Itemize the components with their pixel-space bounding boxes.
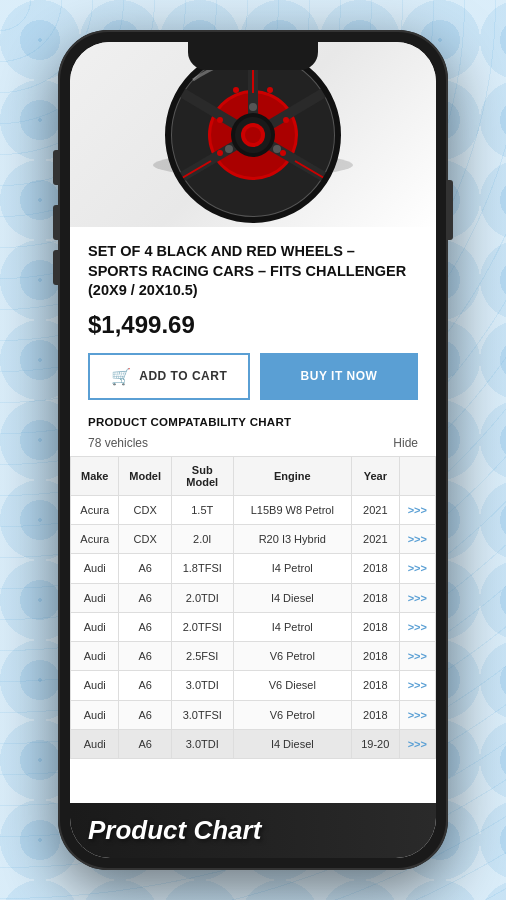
table-cell-2-5[interactable]: >>> <box>399 554 435 583</box>
table-cell-2-3: I4 Petrol <box>233 554 351 583</box>
table-cell-1-4: 2021 <box>351 524 399 553</box>
phone-notch <box>188 42 318 70</box>
table-cell-4-3: I4 Petrol <box>233 612 351 641</box>
table-cell-0-0: Acura <box>71 495 119 524</box>
vehicles-count: 78 vehicles <box>88 436 148 450</box>
table-cell-8-4: 19-20 <box>351 730 399 759</box>
table-cell-3-2: 2.0TDI <box>171 583 233 612</box>
product-chart-bar: Product Chart <box>70 803 436 858</box>
table-cell-0-4: 2021 <box>351 495 399 524</box>
svg-point-27 <box>217 117 223 123</box>
table-cell-5-1: A6 <box>119 642 171 671</box>
table-cell-2-0: Audi <box>71 554 119 583</box>
screen-content[interactable]: SET OF 4 BLACK AND RED WHEELS – SPORTS R… <box>70 42 436 858</box>
svg-point-17 <box>245 127 261 143</box>
table-row: AcuraCDX1.5TL15B9 W8 Petrol2021>>> <box>71 495 436 524</box>
table-cell-5-0: Audi <box>71 642 119 671</box>
col-header-year: Year <box>351 456 399 495</box>
table-cell-6-1: A6 <box>119 671 171 700</box>
table-cell-4-1: A6 <box>119 612 171 641</box>
table-row: AudiA63.0TDIV6 Diesel2018>>> <box>71 671 436 700</box>
svg-point-20 <box>225 145 233 153</box>
svg-point-23 <box>267 87 273 93</box>
table-cell-1-5[interactable]: >>> <box>399 524 435 553</box>
product-chart-label: Product Chart <box>88 815 261 846</box>
table-cell-8-0: Audi <box>71 730 119 759</box>
table-row: AudiA62.5FSIV6 Petrol2018>>> <box>71 642 436 671</box>
phone-screen: SET OF 4 BLACK AND RED WHEELS – SPORTS R… <box>70 42 436 858</box>
product-info-section: SET OF 4 BLACK AND RED WHEELS – SPORTS R… <box>70 227 436 400</box>
table-cell-6-0: Audi <box>71 671 119 700</box>
table-cell-4-2: 2.0TFSI <box>171 612 233 641</box>
action-buttons-row: 🛒 ADD TO CART BUY IT NOW <box>88 353 418 400</box>
add-to-cart-label: ADD TO CART <box>139 369 227 383</box>
table-cell-7-4: 2018 <box>351 700 399 729</box>
table-cell-1-3: R20 I3 Hybrid <box>233 524 351 553</box>
table-cell-1-1: CDX <box>119 524 171 553</box>
table-cell-3-0: Audi <box>71 583 119 612</box>
table-cell-4-5[interactable]: >>> <box>399 612 435 641</box>
buy-now-label: BUY IT NOW <box>301 369 378 383</box>
table-row: AcuraCDX2.0IR20 I3 Hybrid2021>>> <box>71 524 436 553</box>
table-cell-5-2: 2.5FSI <box>171 642 233 671</box>
buy-now-button[interactable]: BUY IT NOW <box>260 353 418 400</box>
compatibility-chart-title: PRODUCT COMPATABILITY CHART <box>70 416 436 428</box>
table-cell-5-3: V6 Petrol <box>233 642 351 671</box>
table-cell-1-0: Acura <box>71 524 119 553</box>
compatibility-table: Make Model SubModel Engine Year AcuraCDX… <box>70 456 436 760</box>
col-header-submodel: SubModel <box>171 456 233 495</box>
table-cell-0-1: CDX <box>119 495 171 524</box>
table-cell-3-4: 2018 <box>351 583 399 612</box>
svg-point-18 <box>249 103 257 111</box>
table-cell-2-1: A6 <box>119 554 171 583</box>
table-cell-6-3: V6 Diesel <box>233 671 351 700</box>
table-cell-7-0: Audi <box>71 700 119 729</box>
table-cell-3-1: A6 <box>119 583 171 612</box>
table-cell-0-2: 1.5T <box>171 495 233 524</box>
table-cell-8-2: 3.0TDI <box>171 730 233 759</box>
svg-point-24 <box>283 117 289 123</box>
phone-frame: SET OF 4 BLACK AND RED WHEELS – SPORTS R… <box>58 30 448 870</box>
table-cell-1-2: 2.0I <box>171 524 233 553</box>
table-cell-4-4: 2018 <box>351 612 399 641</box>
table-cell-7-3: V6 Petrol <box>233 700 351 729</box>
cart-icon: 🛒 <box>111 367 132 386</box>
table-cell-6-5[interactable]: >>> <box>399 671 435 700</box>
col-header-link <box>399 456 435 495</box>
svg-point-25 <box>280 150 286 156</box>
table-cell-7-1: A6 <box>119 700 171 729</box>
svg-point-26 <box>217 150 223 156</box>
table-row: AudiA62.0TDII4 Diesel2018>>> <box>71 583 436 612</box>
svg-point-22 <box>233 87 239 93</box>
table-cell-2-2: 1.8TFSI <box>171 554 233 583</box>
table-cell-7-5[interactable]: >>> <box>399 700 435 729</box>
table-cell-7-2: 3.0TFSI <box>171 700 233 729</box>
table-cell-0-5[interactable]: >>> <box>399 495 435 524</box>
table-cell-0-3: L15B9 W8 Petrol <box>233 495 351 524</box>
table-row: AudiA62.0TFSII4 Petrol2018>>> <box>71 612 436 641</box>
table-cell-5-5[interactable]: >>> <box>399 642 435 671</box>
compatibility-table-container: Make Model SubModel Engine Year AcuraCDX… <box>70 456 436 760</box>
table-cell-4-0: Audi <box>71 612 119 641</box>
vehicles-row: 78 vehicles Hide <box>70 436 436 450</box>
table-cell-6-2: 3.0TDI <box>171 671 233 700</box>
table-cell-8-5[interactable]: >>> <box>399 730 435 759</box>
col-header-make: Make <box>71 456 119 495</box>
hide-button[interactable]: Hide <box>393 436 418 450</box>
table-cell-5-4: 2018 <box>351 642 399 671</box>
svg-point-19 <box>273 145 281 153</box>
col-header-engine: Engine <box>233 456 351 495</box>
add-to-cart-button[interactable]: 🛒 ADD TO CART <box>88 353 250 400</box>
product-title: SET OF 4 BLACK AND RED WHEELS – SPORTS R… <box>88 242 418 301</box>
product-price: $1,499.69 <box>88 311 418 339</box>
table-cell-3-5[interactable]: >>> <box>399 583 435 612</box>
table-row: AudiA63.0TFSIV6 Petrol2018>>> <box>71 700 436 729</box>
table-row: AudiA63.0TDII4 Diesel19-20>>> <box>71 730 436 759</box>
table-cell-8-3: I4 Diesel <box>233 730 351 759</box>
table-cell-8-1: A6 <box>119 730 171 759</box>
col-header-model: Model <box>119 456 171 495</box>
table-row: AudiA61.8TFSII4 Petrol2018>>> <box>71 554 436 583</box>
table-cell-6-4: 2018 <box>351 671 399 700</box>
table-cell-3-3: I4 Diesel <box>233 583 351 612</box>
table-cell-2-4: 2018 <box>351 554 399 583</box>
